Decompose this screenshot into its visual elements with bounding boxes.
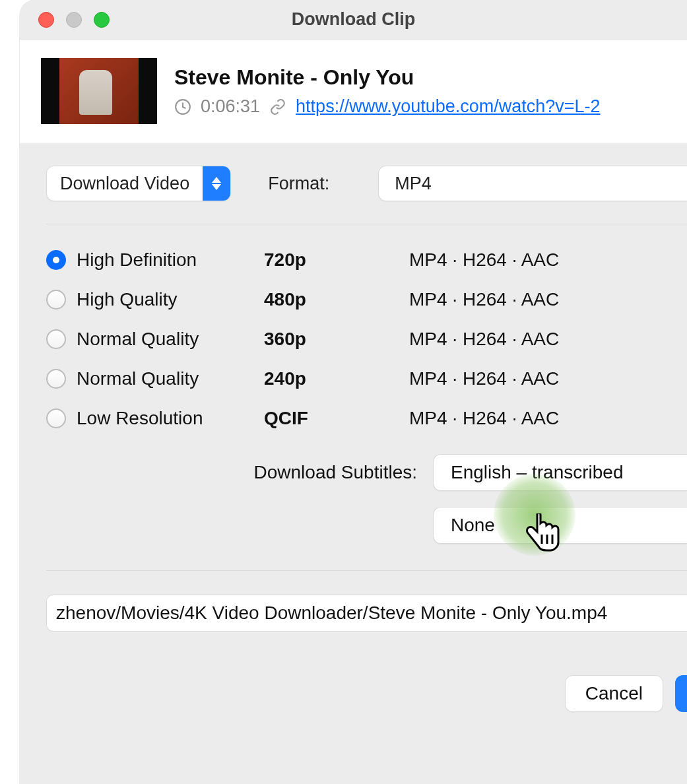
titlebar: Download Clip xyxy=(20,0,687,40)
video-header: Steve Monite - Only You 0:06:31 https://… xyxy=(20,40,687,143)
window-title: Download Clip xyxy=(292,9,415,30)
download-mode-label: Download Video xyxy=(47,166,203,201)
quality-label: High Definition xyxy=(77,249,197,271)
controls-bar: Download Video Format: MP4 xyxy=(20,143,687,224)
maximize-window-button[interactable] xyxy=(94,12,110,28)
subtitles-label: Download Subtitles: xyxy=(46,462,433,483)
subtitles-section: Download Subtitles: English – transcribe… xyxy=(46,454,687,570)
quality-codec: MP4 · H264 · AAC xyxy=(409,249,687,271)
save-path-section xyxy=(46,570,687,632)
quality-codec: MP4 · H264 · AAC xyxy=(409,408,687,429)
quality-row[interactable]: High Quality 480p MP4 · H264 · AAC xyxy=(46,280,687,319)
quality-row[interactable]: Normal Quality 240p MP4 · H264 · AAC xyxy=(46,359,687,399)
video-url-link[interactable]: https://www.youtube.com/watch?v=L-2 xyxy=(296,96,600,117)
video-thumbnail xyxy=(41,58,157,124)
format-value: MP4 xyxy=(395,174,432,194)
quality-resolution: 240p xyxy=(264,368,409,389)
quality-row[interactable]: High Definition 720p MP4 · H264 · AAC xyxy=(46,240,687,280)
traffic-lights xyxy=(20,12,110,28)
quality-codec: MP4 · H264 · AAC xyxy=(409,329,687,350)
quality-label: Low Resolution xyxy=(77,408,203,429)
video-meta: Steve Monite - Only You 0:06:31 https://… xyxy=(174,65,687,117)
radio-icon xyxy=(46,329,66,349)
quality-row[interactable]: Low Resolution QCIF MP4 · H264 · AAC xyxy=(46,399,687,438)
download-button[interactable] xyxy=(675,675,687,712)
format-label: Format: xyxy=(268,174,329,194)
quality-codec: MP4 · H264 · AAC xyxy=(409,368,687,389)
subtitles-select-2[interactable]: None xyxy=(433,507,687,544)
quality-list: High Definition 720p MP4 · H264 · AAC Hi… xyxy=(46,224,687,454)
updown-icon xyxy=(203,166,230,201)
quality-label: High Quality xyxy=(77,289,178,310)
quality-label: Normal Quality xyxy=(77,368,199,389)
quality-resolution: QCIF xyxy=(264,408,409,429)
quality-resolution: 360p xyxy=(264,329,409,350)
format-select[interactable]: MP4 xyxy=(378,166,687,201)
quality-row[interactable]: Normal Quality 360p MP4 · H264 · AAC xyxy=(46,319,687,359)
video-duration: 0:06:31 xyxy=(201,96,260,117)
clock-icon xyxy=(174,98,191,115)
quality-resolution: 480p xyxy=(264,289,409,310)
minimize-window-button[interactable] xyxy=(66,12,82,28)
cancel-button[interactable]: Cancel xyxy=(565,675,663,712)
dialog-footer: Cancel xyxy=(46,632,687,712)
quality-codec: MP4 · H264 · AAC xyxy=(409,289,687,310)
subtitles-option-label: None xyxy=(451,515,495,536)
link-icon xyxy=(269,98,286,115)
close-window-button[interactable] xyxy=(38,12,54,28)
cancel-button-label: Cancel xyxy=(585,683,643,704)
video-title: Steve Monite - Only You xyxy=(174,65,687,90)
radio-icon xyxy=(46,290,66,310)
radio-icon xyxy=(46,250,66,270)
download-mode-select[interactable]: Download Video xyxy=(46,166,231,201)
subtitles-option-label: English – transcribed xyxy=(451,462,623,483)
download-clip-window: Download Clip Steve Monite - Only You 0:… xyxy=(20,0,687,784)
radio-icon xyxy=(46,408,66,428)
radio-icon xyxy=(46,369,66,389)
quality-resolution: 720p xyxy=(264,249,409,271)
subtitles-select-1[interactable]: English – transcribed xyxy=(433,454,687,491)
save-path-input[interactable] xyxy=(46,595,687,632)
quality-label: Normal Quality xyxy=(77,329,199,350)
